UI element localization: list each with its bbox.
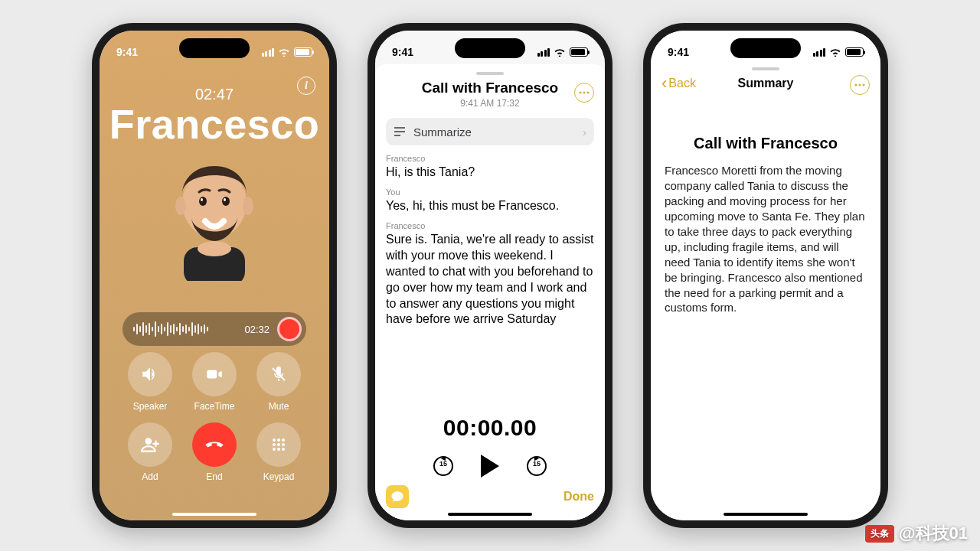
cellular-icon xyxy=(262,48,275,57)
svg-point-29 xyxy=(862,83,864,86)
svg-point-1 xyxy=(199,197,207,206)
sheet-grabber[interactable] xyxy=(476,72,504,75)
battery-icon xyxy=(570,47,588,57)
summary-body: Francesco Moretti from the moving compan… xyxy=(651,152,880,315)
transcript-line: Yes, hi, this must be Francesco. xyxy=(386,198,594,214)
keypad-icon xyxy=(270,435,288,454)
chevron-left-icon: ‹ xyxy=(662,78,667,89)
caller-name: Francesco xyxy=(100,100,329,148)
skip-forward-button[interactable]: 15 ► xyxy=(527,456,547,476)
messages-button[interactable] xyxy=(386,485,409,508)
dynamic-island xyxy=(179,38,250,58)
nav-title: Summary xyxy=(738,77,794,90)
svg-point-7 xyxy=(175,197,186,215)
done-button[interactable]: Done xyxy=(564,490,594,504)
transcript-line: Sure is. Tania, we're all ready to assis… xyxy=(386,232,594,328)
svg-point-15 xyxy=(273,443,276,446)
summarize-button[interactable]: Summarize › xyxy=(386,118,594,145)
recording-pill[interactable]: 02:32 xyxy=(122,312,306,346)
status-time: 9:41 xyxy=(668,46,689,58)
svg-rect-9 xyxy=(207,370,217,379)
speaker-icon xyxy=(140,364,160,384)
end-call-button[interactable]: End xyxy=(182,422,247,482)
wifi-icon xyxy=(278,47,290,57)
battery-icon xyxy=(294,47,312,57)
wifi-icon xyxy=(829,47,841,57)
speaker-button[interactable]: Speaker xyxy=(118,352,182,412)
add-person-icon xyxy=(140,435,160,455)
svg-point-20 xyxy=(282,448,285,451)
memoji-avatar xyxy=(100,151,329,281)
status-time: 9:41 xyxy=(392,46,413,58)
dynamic-island xyxy=(730,38,801,58)
home-indicator[interactable] xyxy=(448,513,532,516)
svg-point-8 xyxy=(243,197,253,215)
home-indicator[interactable] xyxy=(172,513,256,516)
home-indicator[interactable] xyxy=(724,513,808,516)
facetime-button[interactable]: FaceTime xyxy=(182,352,247,412)
svg-point-2 xyxy=(222,197,230,206)
add-button[interactable]: Add xyxy=(118,422,182,482)
chevron-right-icon: › xyxy=(583,126,586,139)
transcript-title: Call with Francesco xyxy=(386,80,594,96)
playback-time: 00:00.00 xyxy=(375,415,605,441)
speaker-label: Francesco xyxy=(386,153,594,164)
svg-point-18 xyxy=(273,448,276,451)
status-time: 9:41 xyxy=(116,46,138,58)
phone-transcript-screen: 9:41 Call with Francesco 9:41 AM 17:32 S… xyxy=(368,23,612,528)
wifi-icon xyxy=(554,47,566,57)
keypad-button[interactable]: Keypad xyxy=(247,422,311,482)
back-button[interactable]: ‹ Back xyxy=(662,77,696,90)
svg-point-28 xyxy=(858,83,861,86)
summary-heading: Call with Francesco xyxy=(651,135,880,152)
play-button[interactable] xyxy=(481,455,499,478)
cellular-icon xyxy=(813,48,826,57)
more-button[interactable] xyxy=(850,75,870,95)
more-button[interactable] xyxy=(574,83,594,103)
video-icon xyxy=(204,364,224,384)
mute-icon xyxy=(270,365,288,383)
end-call-icon xyxy=(204,434,225,455)
svg-point-23 xyxy=(586,91,589,93)
svg-point-13 xyxy=(277,439,280,442)
ellipsis-icon xyxy=(854,83,865,86)
waveform-icon xyxy=(133,321,237,337)
svg-point-4 xyxy=(224,198,226,201)
phone-summary-screen: 9:41 ‹ Back Summary Call with Francesco … xyxy=(643,23,888,528)
battery-icon xyxy=(845,47,864,57)
mute-button[interactable]: Mute xyxy=(247,352,311,412)
svg-point-6 xyxy=(198,241,231,256)
svg-point-14 xyxy=(282,439,285,442)
recording-time: 02:32 xyxy=(244,324,270,335)
ellipsis-icon xyxy=(579,91,590,94)
svg-point-16 xyxy=(277,443,280,446)
phone-call-screen: 9:41 i 02:47 Francesco xyxy=(92,23,337,528)
dynamic-island xyxy=(455,38,525,58)
summarize-icon xyxy=(394,126,406,137)
skip-back-button[interactable]: 15 ◄ xyxy=(433,456,453,476)
watermark: 头条 @科技01 xyxy=(865,522,968,545)
svg-point-19 xyxy=(277,448,280,451)
transcript-line: Hi, is this Tania? xyxy=(386,165,594,181)
svg-point-21 xyxy=(579,91,581,93)
transcript-subtitle: 9:41 AM 17:32 xyxy=(386,98,594,109)
message-icon xyxy=(390,490,404,504)
speaker-label: You xyxy=(386,187,594,197)
record-button[interactable] xyxy=(277,317,302,341)
svg-point-11 xyxy=(145,438,152,445)
speaker-label: Francesco xyxy=(386,220,594,231)
cellular-icon xyxy=(537,48,550,57)
svg-point-12 xyxy=(273,439,276,442)
summarize-label: Summarize xyxy=(413,126,472,139)
svg-point-17 xyxy=(282,443,285,446)
svg-point-27 xyxy=(854,83,857,86)
svg-point-22 xyxy=(583,91,585,93)
info-button[interactable]: i xyxy=(297,77,315,95)
svg-point-3 xyxy=(201,198,203,201)
transcript-body[interactable]: Francesco Hi, is this Tania? You Yes, hi… xyxy=(386,153,594,328)
